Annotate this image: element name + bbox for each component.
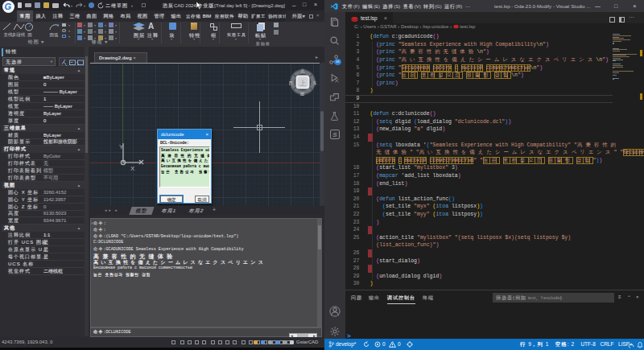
svg-text:圆弧: 圆弧 (50, 32, 60, 38)
svg-text:Y: Y (119, 143, 124, 150)
svg-text:上: 上 (299, 80, 306, 87)
svg-text:南: 南 (300, 92, 305, 96)
svg-text:圆: 圆 (27, 32, 32, 38)
svg-text:西: 西 (289, 80, 293, 86)
svg-text:北: 北 (300, 68, 305, 74)
svg-text:多段线: 多段线 (12, 32, 26, 37)
svg-text:X: X (130, 165, 135, 171)
svg-text:东: 东 (312, 80, 316, 85)
